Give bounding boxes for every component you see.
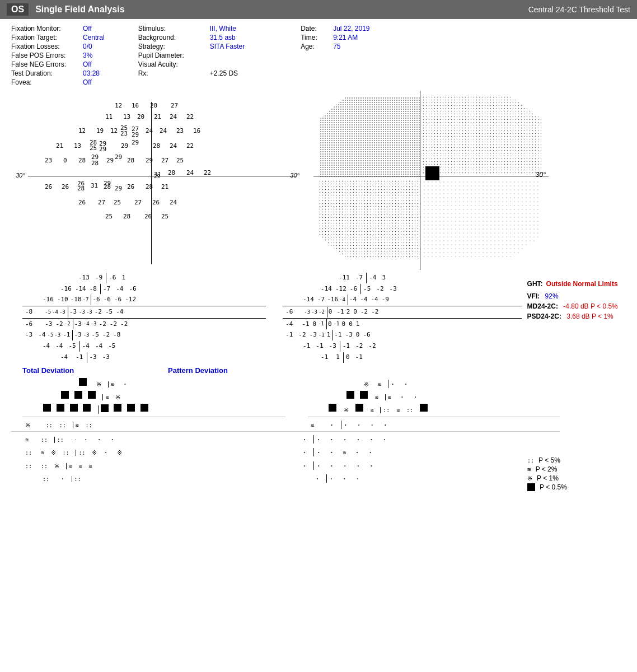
pd-sym-row-1: ※ ≋ · · bbox=[308, 377, 560, 390]
btd-hash-3: ※ bbox=[54, 463, 59, 470]
legend-text-1: P < 5% bbox=[538, 456, 560, 464]
pd-3-1: -14 bbox=[303, 295, 314, 305]
pd-5-1: -4 bbox=[285, 319, 293, 330]
bpd-dot-1b: · bbox=[313, 435, 321, 444]
pd-sym-dot-2b: · bbox=[413, 393, 418, 401]
pd-sym-dot-1a: · bbox=[388, 380, 395, 388]
td-8-1: -4 bbox=[60, 352, 68, 363]
vfi-row: VFI: 92% bbox=[527, 292, 626, 300]
td-row-8: -4 -1 -3 -3 bbox=[22, 352, 266, 363]
pd-sym-dot-4e: · bbox=[383, 421, 387, 429]
legend-row-3: ※ P < 1% bbox=[527, 474, 626, 482]
bpd-dot-3e: · bbox=[356, 461, 360, 470]
fixation-monitor-label: Fixation Monitor: bbox=[11, 25, 78, 32]
pupil-label: Pupil Diameter: bbox=[138, 52, 205, 59]
pd-4-1d: -2 bbox=[318, 308, 325, 316]
td-6-6: -8 bbox=[113, 330, 120, 340]
pd-6-8: -6 bbox=[363, 330, 370, 340]
legend-text-3: P < 1% bbox=[537, 474, 559, 482]
td-5-4b: -4 bbox=[83, 320, 90, 328]
bpd-row-3: · · · · · · bbox=[288, 459, 522, 472]
td-sym-solid-3e bbox=[98, 405, 109, 414]
btd-colon-2c: :: bbox=[76, 450, 85, 456]
pd-sym-solid-3c bbox=[420, 404, 428, 412]
btd-colon-1b: :: bbox=[54, 437, 64, 443]
td-1-2: -9 bbox=[95, 273, 102, 283]
pd-2-5: -2 bbox=[376, 284, 383, 295]
analysis-title: Single Field Analysis bbox=[35, 4, 124, 15]
pd-2-6: -3 bbox=[390, 284, 397, 295]
pd-4-1b: -3 bbox=[304, 308, 310, 316]
pd-5-4b: -1 bbox=[334, 320, 340, 328]
pd-4-4: 2 bbox=[346, 307, 350, 318]
bpd-dot-1d: · bbox=[343, 435, 347, 444]
pd-7-1: -1 bbox=[303, 341, 310, 352]
strategy-row: Strategy: SITA Faster bbox=[138, 43, 245, 50]
td-sym-checker-4: ≋ bbox=[73, 422, 79, 428]
td-7-2: -4 bbox=[55, 341, 63, 352]
pd-5-7: 1 bbox=[356, 319, 360, 330]
svg-rect-5 bbox=[319, 96, 420, 178]
bpd-dot-2d: · bbox=[355, 448, 359, 456]
td-sym-dot-4a: :: bbox=[46, 422, 53, 428]
bpd-dot-4c: · bbox=[343, 474, 347, 483]
pd-6-2: -2 bbox=[298, 330, 306, 340]
false-neg-row: False NEG Errors: Off bbox=[11, 60, 105, 68]
td-4-2c: -3 bbox=[86, 308, 92, 316]
stats-panel: GHT: Outside Normal Limits VFI: 92% MD24… bbox=[522, 278, 626, 363]
pd-sym-checker-4: ≋ bbox=[311, 422, 314, 428]
acuity-label: Visual Acuity: bbox=[138, 60, 205, 68]
age-row: Age: 75 bbox=[301, 43, 369, 50]
td-4-1: -8 bbox=[25, 307, 32, 318]
stimulus-value: III, White bbox=[210, 25, 236, 32]
td-3-5: -6 bbox=[104, 295, 111, 305]
legend-row-2: ≋ P < 2% bbox=[527, 465, 626, 473]
td-4-2b: -3 bbox=[79, 308, 85, 316]
pd-sym-checker-3b: ≋ bbox=[396, 407, 400, 413]
deviation-labels: Total Deviation Pattern Deviation bbox=[11, 366, 626, 375]
legend-symbol-1: :: bbox=[527, 458, 534, 464]
pd-sym-dot-4a: · bbox=[330, 421, 334, 429]
pd-sym-dot-2: · bbox=[400, 393, 404, 401]
pd-sym-checker-2b: ≋ bbox=[385, 394, 391, 400]
pd-6-3: -3 bbox=[310, 330, 317, 340]
deviation-numbers-section: -13 -9 -6 1 -16 -14 -8 -7 -4 -6 bbox=[11, 273, 626, 363]
bpd-checker-2: ≋ bbox=[343, 450, 346, 456]
td-sym-solid-3d bbox=[83, 404, 91, 412]
td-3-7: -12 bbox=[125, 295, 136, 305]
bottom-pd-symbols: · · · · · · · · · · ≋ · · · bbox=[266, 433, 522, 492]
bpd-dot-2b: · bbox=[313, 448, 321, 456]
date-label: Date: bbox=[301, 25, 329, 32]
time-value: 9:21 AM bbox=[333, 34, 358, 41]
td-sym-solid-3a bbox=[43, 404, 51, 412]
td-sym-dot-1: · bbox=[123, 380, 128, 388]
symbol-maps-section: ※ ≋ · ≋ ※ bbox=[11, 377, 626, 432]
td-4-4: -5 bbox=[105, 307, 113, 318]
pd-sym-solid-2b bbox=[360, 391, 368, 399]
ght-value: Outside Normal Limits bbox=[546, 280, 618, 288]
pattern-deviation-label: Pattern Deviation bbox=[146, 366, 280, 375]
md-label: MD24-2C: bbox=[527, 302, 558, 310]
fovea-label: Fovea: bbox=[11, 78, 78, 86]
pd-6-7: 0 bbox=[356, 330, 360, 340]
pd-3-6: -4 bbox=[371, 295, 378, 305]
btd-row-2: :: ≋ ※ :: :: ※ · ※ bbox=[22, 446, 266, 459]
pd-6-3b: -1 bbox=[318, 331, 325, 339]
pd-3-5: -4 bbox=[360, 295, 367, 305]
td-sym-colon-4: :: bbox=[85, 422, 92, 428]
strategy-value: SITA Faster bbox=[210, 43, 245, 50]
bpd-dot-2a: · bbox=[302, 448, 307, 456]
pattern-deviation-title: Pattern Deviation bbox=[168, 366, 228, 375]
psd-row: PSD24-2C: 3.68 dB P < 1% bbox=[527, 312, 626, 320]
td-4-1b: -5 bbox=[45, 308, 51, 316]
bottom-td-symbols: ≋ :: :: ·· · · · :: ≋ ※ :: :: ※ · ※ bbox=[11, 433, 266, 492]
pd-row-8: -1 1 0 -1 bbox=[283, 352, 521, 363]
info-section: Fixation Monitor: Off Fixation Target: C… bbox=[11, 25, 626, 86]
td-2-1: -16 bbox=[60, 284, 72, 295]
td-5-5: -2 bbox=[99, 319, 106, 330]
acuity-row: Visual Acuity: bbox=[138, 60, 245, 68]
btd-small-1: ·· bbox=[71, 437, 77, 443]
btd-checker-1: ≋ bbox=[25, 437, 29, 443]
btd-colon-1a: :: bbox=[41, 437, 48, 443]
pd-row-1: -11 -7 -4 3 bbox=[283, 273, 521, 283]
